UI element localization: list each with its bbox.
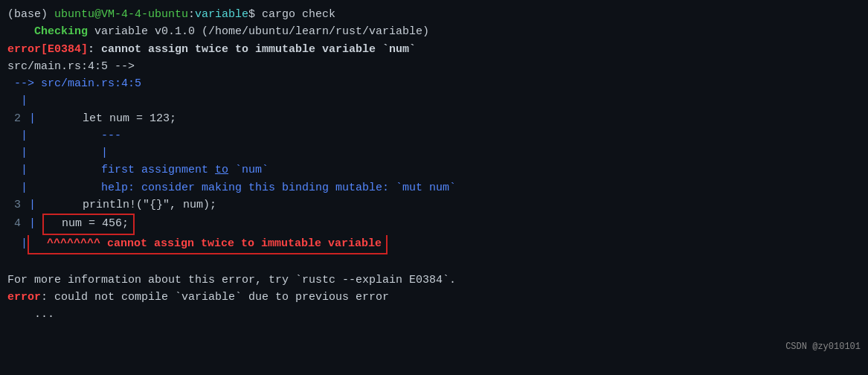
directory: variable — [195, 6, 248, 23]
blank-line — [7, 254, 861, 272]
line-num-3: 3 — [7, 196, 21, 214]
pipe-5: | — [7, 235, 28, 252]
help-text: | help: consider making this binding mut… — [7, 179, 456, 196]
pipe-3: | — [22, 196, 42, 214]
terminal-window: (base) ubuntu@VM-4-4-ubuntu:variable$ ca… — [0, 0, 868, 375]
command: $ cargo check — [248, 6, 335, 23]
line-num-4: 4 — [7, 215, 21, 232]
code-4-boxed: num = 456; — [42, 214, 135, 235]
base-text: (base) — [7, 6, 54, 23]
first-assignment-line: | first assignment to `num` — [7, 161, 861, 179]
first-assign-suffix: `num` — [228, 161, 269, 179]
cmd-line: (base) ubuntu@VM-4-4-ubuntu:variable$ ca… — [7, 6, 861, 23]
user-host: ubuntu@VM-4-4-ubuntu — [54, 6, 188, 23]
for-more-line: For more information about this error, t… — [7, 272, 861, 289]
blank-pipe-1: | — [7, 92, 861, 109]
colon: : — [188, 6, 195, 23]
code-line-3: 3 | println!("{}", num); — [7, 196, 861, 214]
pipe-2: | — [22, 110, 42, 127]
error2-line: error: could not compile `variable` due … — [7, 289, 861, 306]
code-line-2: 2 | let num = 123; — [7, 110, 861, 127]
help-line: | help: consider making this binding mut… — [7, 179, 861, 196]
error2-text: : could not compile `variable` due to pr… — [41, 289, 389, 306]
partial-text: ... — [7, 306, 54, 323]
vbar-line: | | — [7, 144, 861, 161]
code-line-4: 4 | num = 456; — [7, 214, 861, 235]
pipe-4: | — [22, 215, 42, 232]
code-3: println!("{}", num); — [42, 196, 216, 214]
partial-line: ... — [7, 306, 861, 323]
pipe-1: | — [7, 92, 28, 109]
error-header-line: error[E0384]: cannot assign twice to imm… — [7, 41, 861, 58]
dashes-line: | --- — [7, 127, 861, 144]
error2-label: error — [7, 289, 41, 306]
carets-line: | ^^^^^^^^ cannot assign twice to immuta… — [7, 235, 861, 254]
code-2: let num = 123; — [42, 110, 176, 127]
watermark: CSDN @zy010101 — [785, 340, 861, 354]
for-more-text: For more information about this error, t… — [7, 272, 456, 289]
checking-label: Checking — [7, 23, 88, 40]
dashes: | --- — [7, 127, 121, 144]
line-num-2: 2 — [7, 110, 21, 127]
vbar: | | — [7, 144, 108, 161]
error-code: error[E0384] — [7, 41, 88, 58]
to-word: to — [215, 161, 228, 179]
source-location-line: --> src/main.rs:4:5 — [7, 75, 861, 92]
error-message: : cannot assign twice to immutable varia… — [88, 41, 416, 58]
arrow: --> src/main.rs:4:5 — [7, 75, 141, 92]
carets-boxed: ^^^^^^^^ cannot assign twice to immutabl… — [28, 235, 388, 254]
first-assign-prefix: | first assignment — [7, 161, 215, 179]
checking-detail: variable v0.1.0 (/home/ubuntu/learn/rust… — [88, 23, 429, 40]
checking-line: Checking variable v0.1.0 (/home/ubuntu/l… — [7, 23, 861, 40]
